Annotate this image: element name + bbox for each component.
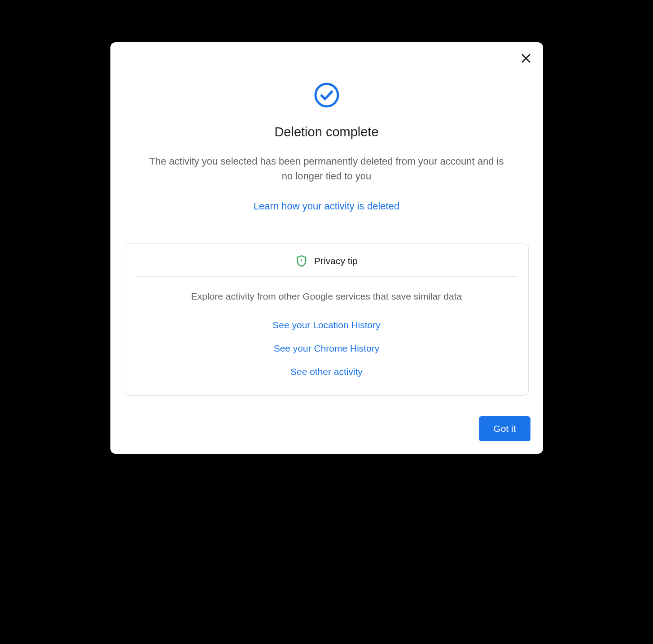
chrome-history-link[interactable]: See your Chrome History <box>274 343 380 354</box>
svg-point-3 <box>301 260 302 261</box>
privacy-card-description: Explore activity from other Google servi… <box>191 291 462 302</box>
location-history-link[interactable]: See your Location History <box>272 320 380 331</box>
privacy-card-header: Privacy tip <box>125 244 528 276</box>
dialog-footer: Got it <box>123 413 530 441</box>
privacy-tip-card: Privacy tip Explore activity from other … <box>125 244 529 396</box>
learn-how-link[interactable]: Learn how your activity is deleted <box>254 200 399 212</box>
close-icon <box>520 52 532 66</box>
dialog-description: The activity you selected has been perma… <box>147 154 506 183</box>
close-button[interactable] <box>516 49 536 69</box>
dialog-content: Deletion complete The activity you selec… <box>123 55 530 413</box>
privacy-card-body: Explore activity from other Google servi… <box>125 277 528 395</box>
deletion-complete-dialog: Deletion complete The activity you selec… <box>110 42 543 454</box>
svg-rect-4 <box>301 259 302 260</box>
checkmark-circle-icon <box>313 82 340 109</box>
other-activity-link[interactable]: See other activity <box>290 366 363 377</box>
shield-icon <box>295 255 308 267</box>
svg-point-2 <box>316 84 338 106</box>
privacy-card-title: Privacy tip <box>314 256 358 266</box>
dialog-title: Deletion complete <box>274 125 378 139</box>
got-it-button[interactable]: Got it <box>479 416 530 441</box>
